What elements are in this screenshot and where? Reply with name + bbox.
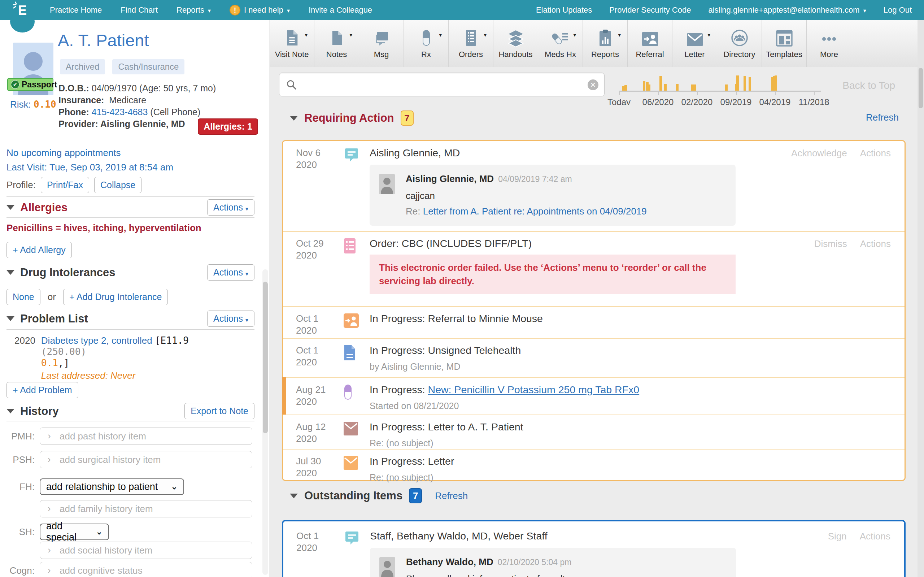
drug-intolerances-actions-button[interactable]: Actions ▾: [207, 264, 254, 280]
nav-practice-home[interactable]: Practice Home: [50, 5, 102, 15]
timeline-bar[interactable]: [648, 84, 651, 90]
handouts-button[interactable]: Handouts: [493, 20, 538, 67]
none-button[interactable]: None: [6, 289, 40, 305]
collapse-triangle-icon[interactable]: [6, 205, 14, 210]
fh-input[interactable]: [40, 500, 252, 517]
requiring-action-refresh-link[interactable]: Refresh: [866, 112, 899, 123]
risk-weight: 0.1: [41, 358, 58, 368]
nav-provider-security-code[interactable]: Provider Security Code: [609, 5, 691, 15]
rx-link[interactable]: New: Penicillin V Potassium 250 mg Tab R…: [428, 384, 640, 395]
timeline-bar[interactable]: [736, 76, 739, 90]
chart-timeline[interactable]: Today06/202002/202009/201904/201911/2018: [619, 70, 821, 103]
add-allergy-button[interactable]: + Add Allergy: [6, 242, 72, 258]
allergies-count-badge[interactable]: Allergies: 1: [198, 118, 258, 135]
collapse-triangle-icon[interactable]: [6, 316, 14, 321]
fh-relationship-select[interactable]: add relationship to patient ⌄: [40, 479, 184, 495]
timeline-bar[interactable]: [643, 81, 645, 90]
page-scrollbar-track[interactable]: [918, 20, 924, 577]
phone-link[interactable]: 415-423-4683: [92, 107, 148, 117]
collapse-triangle-icon[interactable]: [290, 116, 298, 121]
msg-button[interactable]: Msg: [359, 20, 404, 67]
pill-icon: [421, 28, 432, 47]
problem-link[interactable]: Diabetes type 2, controlled: [41, 335, 152, 346]
more-button[interactable]: More: [807, 20, 852, 67]
feed-item[interactable]: Nov 62020 Aisling Glennie, MD Aisling Gl…: [283, 141, 905, 231]
timeline-bar[interactable]: [624, 85, 627, 90]
feed-item[interactable]: Oct 12020 In Progress: Referral to Minni…: [283, 306, 905, 338]
item-title[interactable]: In Progress: Letter: [370, 455, 796, 467]
reports-button[interactable]: ▾ Reports: [583, 20, 628, 67]
visit-note-button[interactable]: ▾ Visit Note: [270, 20, 314, 67]
add-problem-button[interactable]: + Add Problem: [6, 382, 78, 398]
timeline-bar[interactable]: [693, 84, 696, 90]
dismiss-link[interactable]: Dismiss: [814, 238, 847, 250]
sh-label: SH:: [6, 527, 40, 538]
clear-search-icon[interactable]: ✕: [588, 79, 598, 90]
export-to-note-button[interactable]: Export to Note: [185, 403, 254, 419]
timeline-bar[interactable]: [775, 76, 777, 90]
card-re-link[interactable]: Letter from A. Patient re: Appointments …: [423, 206, 647, 217]
pmh-input[interactable]: [40, 427, 252, 445]
referral-button[interactable]: Referral: [628, 20, 672, 67]
collapse-triangle-icon[interactable]: [6, 409, 14, 413]
back-to-top-link[interactable]: Back to Top: [842, 80, 895, 91]
meds-hx-button[interactable]: ▾ Meds Hx: [538, 20, 583, 67]
item-title[interactable]: Aisling Glennie, MD: [370, 147, 796, 159]
allergies-actions-button[interactable]: Actions ▾: [207, 199, 254, 216]
print-fax-button[interactable]: Print/Fax: [41, 177, 89, 193]
timeline-bar[interactable]: [664, 84, 667, 90]
item-title[interactable]: In Progress: Unsigned Telehealth: [370, 345, 796, 356]
item-title[interactable]: In Progress: Letter to A. T. Patient: [370, 421, 796, 433]
feed-item[interactable]: Oct 12020 Staff, Bethany Waldo, MD, Webe…: [283, 521, 904, 577]
feed-item[interactable]: Aug 212020 In Progress: New: Penicillin …: [283, 377, 905, 414]
cognitive-status-input[interactable]: [40, 562, 252, 577]
sh-special-select[interactable]: add special ⌄: [40, 524, 109, 540]
feed-item[interactable]: Jul 302020 In Progress: Letter Re: (no s…: [283, 449, 905, 481]
rx-button[interactable]: ▾ Rx: [404, 20, 448, 67]
orders-button[interactable]: ▾ Orders: [448, 20, 493, 67]
timeline-bar[interactable]: [744, 76, 746, 90]
timeline-bar[interactable]: [676, 84, 678, 90]
feed-item[interactable]: Aug 122020 In Progress: Letter to A. T. …: [283, 414, 905, 449]
nav-account-menu[interactable]: aisling.glennie+apptest@elationhealth.co…: [708, 5, 866, 15]
sign-link[interactable]: Sign: [828, 531, 847, 542]
letter-button[interactable]: ▾ Letter: [672, 20, 717, 67]
actions-link[interactable]: Actions: [860, 531, 890, 542]
nav-log-out[interactable]: Log Out: [884, 5, 912, 15]
item-title[interactable]: Staff, Bethany Waldo, MD, Weber Staff: [370, 530, 796, 542]
actions-link[interactable]: Actions: [860, 148, 891, 159]
collapse-triangle-icon[interactable]: [290, 493, 298, 498]
no-upcoming-appointments-link[interactable]: No upcoming appointments: [6, 147, 121, 158]
add-drug-intolerance-button[interactable]: + Add Drug Intolerance: [63, 289, 168, 305]
feed-item[interactable]: Oct 292020 Order: CBC (INCLUDES DIFF/PLT…: [283, 231, 905, 306]
problem-list-actions-button[interactable]: Actions ▾: [207, 311, 254, 327]
nav-find-chart[interactable]: Find Chart: [121, 5, 158, 15]
templates-button[interactable]: Templates: [762, 20, 807, 67]
nav-reports[interactable]: Reports▾: [177, 5, 211, 15]
acknowledge-link[interactable]: Acknowledge: [791, 148, 847, 159]
passport-badge[interactable]: ✔ Passport: [7, 78, 53, 91]
page-scrollbar-thumb[interactable]: [919, 68, 923, 108]
actions-link[interactable]: Actions: [860, 238, 891, 250]
psh-input[interactable]: [40, 451, 252, 468]
collapse-triangle-icon[interactable]: [6, 270, 14, 275]
feed-item[interactable]: Oct 12020 In Progress: Unsigned Teleheal…: [283, 338, 905, 377]
sidebar-scrollbar-thumb[interactable]: [263, 282, 268, 433]
timeline-bar[interactable]: [725, 84, 728, 90]
sh-input[interactable]: [40, 542, 252, 559]
timeline-bar[interactable]: [749, 77, 751, 90]
timeline-bar[interactable]: [659, 76, 662, 90]
referral-icon: [641, 28, 659, 47]
last-visit-link[interactable]: Last Visit: Tue, Sep 03, 2019 at 8:54 am: [6, 162, 173, 173]
notes-button[interactable]: ▾ Notes: [314, 20, 359, 67]
chart-search-input[interactable]: [280, 73, 604, 96]
item-title[interactable]: Order: CBC (INCLUDES DIFF/PLT): [370, 238, 796, 250]
elation-logo[interactable]: E: [0, 0, 43, 20]
directory-button[interactable]: Directory: [717, 20, 762, 67]
collapse-button[interactable]: Collapse: [94, 177, 141, 193]
nav-need-help[interactable]: ! I need help▾: [230, 5, 290, 16]
item-title[interactable]: In Progress: Referral to Minnie Mouse: [370, 313, 796, 325]
outstanding-items-refresh-link[interactable]: Refresh: [435, 490, 468, 501]
nav-invite-colleague[interactable]: Invite a Colleague: [309, 5, 372, 15]
nav-elation-updates[interactable]: Elation Updates: [536, 5, 592, 15]
